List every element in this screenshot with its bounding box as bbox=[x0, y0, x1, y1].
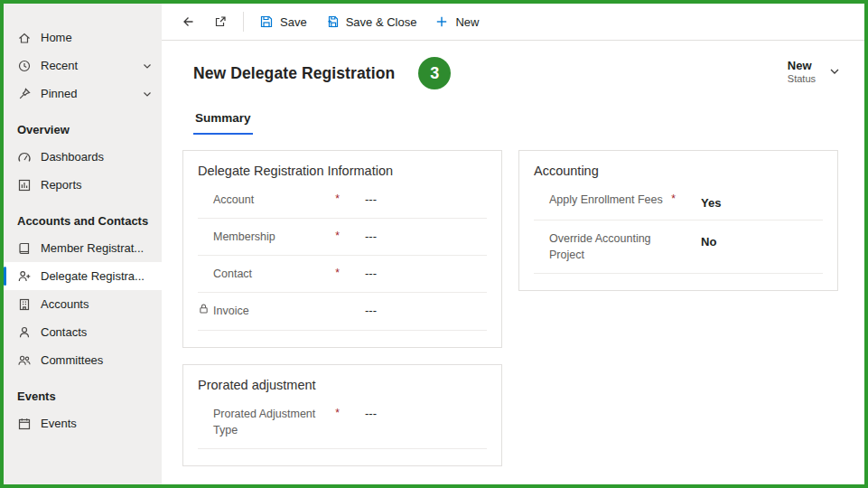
save-close-icon bbox=[325, 14, 340, 29]
required-asterisk: * bbox=[671, 192, 676, 207]
sidebar-item-contacts[interactable]: Contacts bbox=[4, 318, 162, 346]
field-value[interactable]: No bbox=[701, 230, 716, 249]
save-and-close-button-label: Save & Close bbox=[346, 15, 417, 29]
status-value: New bbox=[788, 59, 816, 72]
card-title: Prorated adjustment bbox=[183, 365, 501, 396]
chevron-down-icon bbox=[828, 65, 841, 78]
report-chart-icon bbox=[17, 178, 32, 192]
step-badge: 3 bbox=[418, 57, 451, 89]
field-label: Apply Enrollment Fees * bbox=[549, 192, 685, 208]
tab-bar: Summary bbox=[162, 89, 864, 135]
sidebar-item-label: Events bbox=[41, 417, 77, 430]
field-value[interactable]: Yes bbox=[701, 192, 721, 210]
field-label: Membership * bbox=[213, 229, 349, 245]
people-icon bbox=[17, 353, 32, 368]
sidebar-item-label: Recent bbox=[41, 59, 78, 72]
required-asterisk: * bbox=[335, 266, 340, 281]
plus-icon bbox=[434, 14, 449, 29]
sidebar-item-accounts[interactable]: Accounts bbox=[4, 290, 162, 318]
sidebar-group-overview: Overview bbox=[4, 108, 162, 143]
person-icon bbox=[17, 325, 32, 340]
sidebar-item-dashboards[interactable]: Dashboards bbox=[4, 143, 162, 171]
sidebar-item-label: Pinned bbox=[41, 87, 77, 100]
sidebar-item-delegate-registrations[interactable]: Delegate Registra... bbox=[4, 262, 162, 290]
sidebar-item-label: Member Registrat... bbox=[41, 241, 144, 255]
save-icon bbox=[259, 14, 274, 29]
book-icon bbox=[17, 241, 32, 256]
field-override-accounting-project[interactable]: Override Accounting Project No bbox=[534, 221, 823, 274]
status-label: Status bbox=[788, 73, 816, 84]
field-label: Prorated Adjustment Type * bbox=[213, 406, 349, 438]
new-button-label: New bbox=[455, 15, 479, 29]
sidebar-item-reports[interactable]: Reports bbox=[4, 171, 162, 199]
field-prorated-adjustment-type[interactable]: Prorated Adjustment Type * --- bbox=[198, 396, 487, 449]
sidebar-item-pinned[interactable]: Pinned bbox=[4, 80, 162, 108]
person-add-icon bbox=[17, 269, 32, 284]
required-asterisk: * bbox=[335, 229, 340, 244]
field-label: Contact * bbox=[213, 266, 349, 282]
field-value[interactable]: --- bbox=[365, 406, 377, 420]
sidebar: Home Recent Pinned Overview D bbox=[4, 4, 162, 484]
field-value[interactable]: --- bbox=[365, 192, 377, 206]
field-invoice[interactable]: Invoice --- bbox=[198, 293, 487, 330]
new-button[interactable]: New bbox=[426, 8, 487, 35]
page-title: New Delegate Registration bbox=[193, 64, 395, 83]
field-contact[interactable]: Contact * --- bbox=[198, 256, 487, 293]
save-button[interactable]: Save bbox=[251, 8, 315, 35]
calendar-icon bbox=[17, 417, 32, 431]
command-bar: Save Save & Close New bbox=[162, 4, 864, 41]
back-button[interactable] bbox=[173, 8, 203, 35]
pin-icon bbox=[17, 87, 32, 101]
card-prorated-adjustment: Prorated adjustment Prorated Adjustment … bbox=[182, 364, 502, 466]
sidebar-item-label: Dashboards bbox=[41, 150, 104, 164]
card-delegate-registration-information: Delegate Registration Information Accoun… bbox=[182, 150, 502, 348]
required-asterisk: * bbox=[335, 406, 340, 421]
lock-icon bbox=[198, 303, 210, 314]
save-and-close-button[interactable]: Save & Close bbox=[317, 8, 425, 35]
sidebar-item-committees[interactable]: Committees bbox=[4, 346, 162, 374]
field-value[interactable]: --- bbox=[365, 266, 377, 280]
status-dropdown[interactable]: New Status bbox=[788, 57, 841, 84]
field-label: Invoice bbox=[213, 303, 349, 319]
app-window: Home Recent Pinned Overview D bbox=[0, 0, 868, 488]
clock-icon bbox=[17, 59, 32, 73]
hamburger-menu-button[interactable] bbox=[4, 4, 43, 23]
sidebar-item-label: Delegate Registra... bbox=[41, 269, 145, 283]
field-membership[interactable]: Membership * --- bbox=[198, 219, 487, 256]
tab-summary[interactable]: Summary bbox=[193, 111, 253, 135]
card-accounting: Accounting Apply Enrollment Fees * Yes O… bbox=[518, 150, 838, 291]
back-arrow-icon bbox=[181, 14, 195, 29]
field-label: Account * bbox=[213, 192, 349, 208]
main-area: Save Save & Close New New Delegate Regis… bbox=[162, 4, 864, 484]
card-title: Delegate Registration Information bbox=[183, 151, 501, 182]
field-value[interactable]: --- bbox=[365, 303, 377, 317]
sidebar-item-label: Contacts bbox=[41, 325, 87, 339]
field-value[interactable]: --- bbox=[365, 229, 377, 243]
home-icon bbox=[17, 31, 32, 45]
sidebar-item-label: Reports bbox=[41, 178, 82, 192]
building-icon bbox=[17, 297, 32, 312]
sidebar-item-recent[interactable]: Recent bbox=[4, 52, 162, 80]
field-apply-enrollment-fees[interactable]: Apply Enrollment Fees * Yes bbox=[534, 182, 823, 221]
command-bar-divider bbox=[243, 12, 244, 32]
field-account[interactable]: Account * --- bbox=[198, 182, 487, 219]
required-asterisk: * bbox=[335, 192, 340, 207]
chevron-down-icon[interactable] bbox=[142, 89, 153, 99]
sidebar-item-home[interactable]: Home bbox=[4, 23, 162, 52]
page-header: New Delegate Registration 3 New Status bbox=[162, 41, 864, 89]
sidebar-group-events: Events bbox=[4, 374, 162, 409]
sidebar-item-events[interactable]: Events bbox=[4, 409, 162, 437]
field-label: Override Accounting Project bbox=[549, 230, 685, 263]
chevron-down-icon[interactable] bbox=[142, 61, 153, 71]
popout-icon bbox=[213, 14, 228, 29]
popout-button[interactable] bbox=[205, 8, 236, 35]
save-button-label: Save bbox=[280, 15, 307, 29]
sidebar-item-label: Home bbox=[41, 31, 72, 44]
sidebar-group-accounts-contacts: Accounts and Contacts bbox=[4, 199, 162, 234]
card-title: Accounting bbox=[519, 151, 837, 182]
sidebar-item-label: Accounts bbox=[41, 297, 89, 311]
sidebar-item-member-registrations[interactable]: Member Registrat... bbox=[4, 234, 162, 262]
form-content: New Delegate Registration 3 New Status S… bbox=[162, 41, 864, 484]
card-grid: Delegate Registration Information Accoun… bbox=[162, 135, 864, 484]
gauge-icon bbox=[17, 150, 32, 164]
